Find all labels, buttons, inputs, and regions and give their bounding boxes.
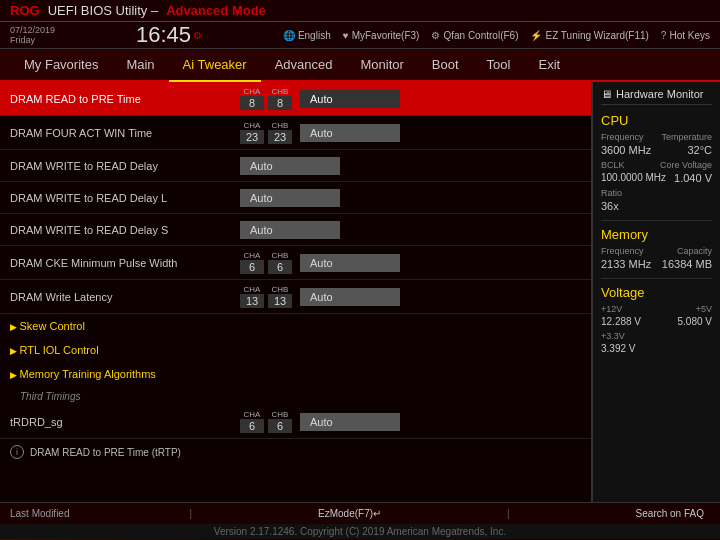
nav-ai-tweaker[interactable]: Ai Tweaker bbox=[169, 49, 261, 82]
mem-freq-value: 2133 MHz bbox=[601, 258, 651, 270]
trdrd-sg-channels: CHA 6 CHB 6 bbox=[240, 410, 292, 433]
favorites-shortcut[interactable]: ♥ MyFavorite(F3) bbox=[343, 30, 420, 41]
rtl-iol-section[interactable]: RTL IOL Control bbox=[0, 338, 591, 362]
v12-label: +12V bbox=[601, 304, 622, 314]
memory-section-title: Memory bbox=[601, 227, 712, 242]
dram-write-read-s-row[interactable]: DRAM WRITE to READ Delay S Auto bbox=[0, 214, 591, 246]
ez-tuning-label: EZ Tuning Wizard(F11) bbox=[545, 30, 648, 41]
copyright-bar: Version 2.17.1246. Copyright (C) 2019 Am… bbox=[0, 524, 720, 539]
dram-write-read-s-value[interactable]: Auto bbox=[240, 221, 340, 239]
dram-read-pre-row[interactable]: DRAM READ to PRE Time CHA 8 CHB 8 Auto bbox=[0, 82, 591, 116]
v12-row: +12V +5V bbox=[601, 304, 712, 314]
trdrd-sg-label: tRDRD_sg bbox=[10, 416, 240, 428]
trdrd-sg-row[interactable]: tRDRD_sg CHA 6 CHB 6 Auto bbox=[0, 405, 591, 439]
dram-cke-value[interactable]: Auto bbox=[300, 254, 400, 272]
dram-cke-label: DRAM CKE Minimum Pulse Width bbox=[10, 257, 240, 269]
dram-write-read-l-value[interactable]: Auto bbox=[240, 189, 340, 207]
ez-tuning-icon: ⚡ bbox=[530, 30, 542, 41]
cpu-bclk-val-row: 100.0000 MHz 1.040 V bbox=[601, 172, 712, 186]
main-content: DRAM READ to PRE Time CHA 8 CHB 8 Auto D… bbox=[0, 82, 720, 502]
search-faq-button[interactable]: Search on FAQ bbox=[630, 506, 710, 521]
dram-four-act-value[interactable]: Auto bbox=[300, 124, 400, 142]
rog-logo: ROG bbox=[10, 3, 40, 18]
memory-training-section[interactable]: Memory Training Algorithms bbox=[0, 362, 591, 386]
mem-vals-row: 2133 MHz 16384 MB bbox=[601, 258, 712, 272]
dram-write-latency-value[interactable]: Auto bbox=[300, 288, 400, 306]
nav-monitor[interactable]: Monitor bbox=[347, 49, 418, 80]
third-timings-header: Third Timings bbox=[0, 386, 591, 405]
footer-bar: Last Modified | EzMode(F7)↵ | Search on … bbox=[0, 502, 720, 524]
hotkeys-icon: ? bbox=[661, 30, 667, 41]
dram-read-pre-label: DRAM READ to PRE Time bbox=[10, 93, 240, 105]
v33-label: +3.3V bbox=[601, 331, 625, 341]
cpu-section-title: CPU bbox=[601, 113, 712, 128]
dram-cke-channels: CHA 6 CHB 6 bbox=[240, 251, 292, 274]
title-mode: Advanced Mode bbox=[166, 3, 266, 18]
time-display: 16:45 bbox=[136, 24, 191, 46]
dram-write-read-l-label: DRAM WRITE to READ Delay L bbox=[10, 192, 240, 204]
dram-four-act-channels: CHA 23 CHB 23 bbox=[240, 121, 292, 144]
cpu-bclk-label: BCLK bbox=[601, 160, 625, 170]
hardware-monitor-panel: 🖥 Hardware Monitor CPU Frequency Tempera… bbox=[592, 82, 720, 502]
dram-write-read-s-label: DRAM WRITE to READ Delay S bbox=[10, 224, 240, 236]
nav-main[interactable]: Main bbox=[112, 49, 168, 80]
info-description-bar: i DRAM READ to PRE Time (tRTP) bbox=[0, 439, 591, 465]
cpu-voltage-value: 1.040 V bbox=[674, 172, 712, 184]
nav-exit[interactable]: Exit bbox=[524, 49, 574, 80]
hw-divider-2 bbox=[601, 278, 712, 279]
cpu-temp-value: 32°C bbox=[687, 144, 712, 156]
settings-panel: DRAM READ to PRE Time CHA 8 CHB 8 Auto D… bbox=[0, 82, 592, 502]
title-text: UEFI BIOS Utility – bbox=[48, 3, 159, 18]
shortcuts-bar: 🌐 English ♥ MyFavorite(F3) ⚙ Qfan Contro… bbox=[283, 30, 710, 41]
v33-value: 3.392 V bbox=[601, 343, 635, 354]
language-shortcut[interactable]: 🌐 English bbox=[283, 30, 331, 41]
hotkeys-label: Hot Keys bbox=[669, 30, 710, 41]
dram-write-latency-label: DRAM Write Latency bbox=[10, 291, 240, 303]
mem-cap-value: 16384 MB bbox=[662, 258, 712, 270]
title-bar: ROG UEFI BIOS Utility – Advanced Mode bbox=[0, 0, 720, 22]
cpu-ratio-row: Ratio bbox=[601, 188, 712, 198]
dram-write-latency-row[interactable]: DRAM Write Latency CHA 13 CHB 13 Auto bbox=[0, 280, 591, 314]
v12-value: 12.288 V bbox=[601, 316, 641, 327]
qfan-shortcut[interactable]: ⚙ Qfan Control(F6) bbox=[431, 30, 518, 41]
dram-write-latency-channels: CHA 13 CHB 13 bbox=[240, 285, 292, 308]
language-icon: 🌐 bbox=[283, 30, 295, 41]
nav-advanced[interactable]: Advanced bbox=[261, 49, 347, 80]
ez-tuning-shortcut[interactable]: ⚡ EZ Tuning Wizard(F11) bbox=[530, 30, 648, 41]
cpu-ratio-val-row: 36x bbox=[601, 200, 712, 214]
hw-divider-1 bbox=[601, 220, 712, 221]
cpu-freq-row: Frequency Temperature bbox=[601, 132, 712, 142]
nav-boot[interactable]: Boot bbox=[418, 49, 473, 80]
info-icon: i bbox=[10, 445, 24, 459]
dram-four-act-row[interactable]: DRAM FOUR ACT WIN Time CHA 23 CHB 23 Aut… bbox=[0, 116, 591, 150]
dram-write-read-label: DRAM WRITE to READ Delay bbox=[10, 160, 240, 172]
mem-cap-label: Capacity bbox=[677, 246, 712, 256]
dram-read-pre-value[interactable]: Auto bbox=[300, 90, 400, 108]
dram-write-read-value[interactable]: Auto bbox=[240, 157, 340, 175]
favorites-icon: ♥ bbox=[343, 30, 349, 41]
ez-mode-button[interactable]: EzMode(F7)↵ bbox=[312, 506, 387, 521]
v5-value: 5.080 V bbox=[678, 316, 712, 327]
cpu-temp-label: Temperature bbox=[661, 132, 712, 142]
cpu-bclk-row: BCLK Core Voltage bbox=[601, 160, 712, 170]
nav-tool[interactable]: Tool bbox=[473, 49, 525, 80]
hotkeys-shortcut[interactable]: ? Hot Keys bbox=[661, 30, 710, 41]
mem-freq-label: Frequency bbox=[601, 246, 644, 256]
dram-write-read-row[interactable]: DRAM WRITE to READ Delay Auto bbox=[0, 150, 591, 182]
info-description-text: DRAM READ to PRE Time (tRTP) bbox=[30, 447, 181, 458]
date-line1: 07/12/2019 bbox=[10, 25, 55, 35]
trdrd-sg-value[interactable]: Auto bbox=[300, 413, 400, 431]
cpu-bclk-value: 100.0000 MHz bbox=[601, 172, 666, 184]
dram-write-read-l-row[interactable]: DRAM WRITE to READ Delay L Auto bbox=[0, 182, 591, 214]
dram-four-act-label: DRAM FOUR ACT WIN Time bbox=[10, 127, 240, 139]
dram-cke-row[interactable]: DRAM CKE Minimum Pulse Width CHA 6 CHB 6… bbox=[0, 246, 591, 280]
hw-monitor-title: 🖥 Hardware Monitor bbox=[601, 88, 712, 105]
skew-control-section[interactable]: Skew Control bbox=[0, 314, 591, 338]
date-line2: Friday bbox=[10, 35, 35, 45]
cpu-ratio-value: 36x bbox=[601, 200, 619, 212]
hw-monitor-icon: 🖥 bbox=[601, 88, 612, 100]
nav-favorites[interactable]: My Favorites bbox=[10, 49, 112, 80]
last-modified-label: Last Modified bbox=[10, 508, 69, 519]
language-label: English bbox=[298, 30, 331, 41]
v12-val-row: 12.288 V 5.080 V bbox=[601, 316, 712, 329]
